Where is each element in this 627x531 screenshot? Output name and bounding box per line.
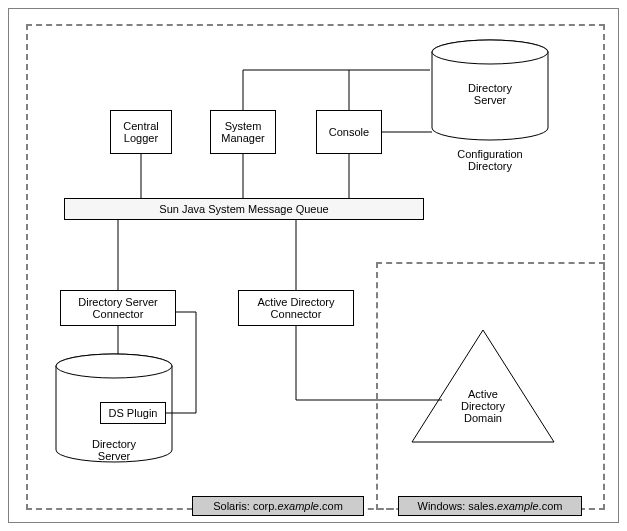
windows-prefix: Windows: sales. xyxy=(418,500,497,512)
active-directory-connector-box: Active Directory Connector xyxy=(238,290,354,326)
solaris-prefix: Solaris: corp. xyxy=(213,500,277,512)
svg-point-1 xyxy=(432,40,548,64)
windows-footer: Windows: sales.example.com xyxy=(398,496,582,516)
message-queue: Sun Java System Message Queue xyxy=(64,198,424,220)
central-logger-box: Central Logger xyxy=(110,110,172,154)
ds-plugin-box: DS Plugin xyxy=(100,402,166,424)
active-directory-domain-label: Active Directory Domain xyxy=(438,388,528,424)
configuration-directory-label: Configuration Directory xyxy=(430,148,550,172)
windows-mid: example xyxy=(497,500,539,512)
svg-marker-4 xyxy=(412,330,554,442)
console-box: Console xyxy=(316,110,382,154)
svg-point-3 xyxy=(56,354,172,378)
solaris-mid: example xyxy=(277,500,319,512)
system-manager-box: System Manager xyxy=(210,110,276,154)
directory-server-bottom-label: Directory Server xyxy=(54,438,174,462)
directory-server-connector-box: Directory Server Connector xyxy=(60,290,176,326)
solaris-footer: Solaris: corp.example.com xyxy=(192,496,364,516)
solaris-suffix: .com xyxy=(319,500,343,512)
windows-suffix: .com xyxy=(539,500,563,512)
directory-server-top-label: Directory Server xyxy=(430,82,550,106)
active-directory-triangle xyxy=(408,326,558,446)
